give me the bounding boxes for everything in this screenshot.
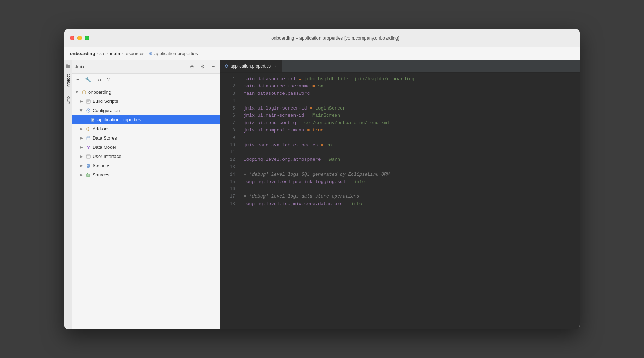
ln-14: 14 <box>223 171 235 178</box>
code-line-5: jmix.ui.login-screen-id = LoginScreen <box>244 105 574 112</box>
tree-item-user-interface[interactable]: ▶ User Interface <box>72 152 220 161</box>
sidebar-tab-project[interactable]: Project <box>65 71 71 90</box>
tab-icon: ⚙ <box>225 64 228 69</box>
sidebar-tab-jmix[interactable]: Jmix <box>65 93 71 107</box>
code-line-12: logging.level.org.atmosphere = warn <box>244 156 574 164</box>
tree-label-security: Security <box>93 163 109 168</box>
breadcrumb-src[interactable]: src <box>99 51 105 56</box>
tab-label: application.properties <box>231 64 271 69</box>
plus-button[interactable]: + <box>75 76 81 83</box>
line-numbers: 1 2 3 4 5 6 7 8 9 10 11 12 13 14 15 16 1 <box>220 76 238 327</box>
tree-item-onboarding[interactable]: ▶ ⬡ onboarding <box>72 88 220 97</box>
data-model-icon <box>85 145 91 150</box>
code-line-7: jmix.ui.menu-config = com/company/onboar… <box>244 119 574 127</box>
ln-2: 2 <box>223 83 235 90</box>
ln-8: 8 <box>223 127 235 134</box>
project-panel: Jmix ⊕ ⚙ − + 🔧 ⏮ ? ▶ ⬡ onbo <box>72 60 220 329</box>
project-tree: ▶ ⬡ onboarding ▶ <box>72 86 220 329</box>
tree-arrow-addons: ▶ <box>79 127 84 131</box>
properties-file-icon <box>90 117 96 123</box>
window-title: onboarding – application.properties [com… <box>96 35 574 41</box>
properties-icon: ⚙ <box>149 51 153 56</box>
tree-item-data-model[interactable]: ▶ Data Model <box>72 143 220 152</box>
ln-5: 5 <box>223 105 235 112</box>
tree-arrow-data-stores: ▶ <box>79 136 84 141</box>
breadcrumb-chevron-3: › <box>122 51 123 55</box>
code-line-18: logging.level.io.jmix.core.datastore = i… <box>244 200 574 208</box>
tree-arrow-sources: ▶ <box>79 172 84 177</box>
ln-10: 10 <box>223 142 235 149</box>
tree-item-application-properties[interactable]: ▶ application.properties <box>72 115 220 124</box>
svg-rect-1 <box>66 64 68 65</box>
code-line-11 <box>244 149 574 156</box>
tree-label-properties: application.properties <box>97 117 141 122</box>
svg-rect-2 <box>86 100 90 103</box>
maximize-button[interactable] <box>85 36 89 40</box>
tree-label-ui: User Interface <box>93 154 121 159</box>
breadcrumb-chevron-1: › <box>97 51 98 55</box>
tree-item-security[interactable]: ▶ Security <box>72 161 220 170</box>
tree-label-build-scripts: Build Scripts <box>93 99 118 104</box>
data-stores-icon <box>85 135 91 141</box>
ln-7: 7 <box>223 119 235 127</box>
tree-item-configuration[interactable]: ▶ Configuration <box>72 106 220 115</box>
code-line-4 <box>244 98 574 105</box>
tab-close-button[interactable]: × <box>273 64 278 69</box>
ln-18: 18 <box>223 200 235 208</box>
code-editor[interactable]: 1 2 3 4 5 6 7 8 9 10 11 12 13 14 15 16 1 <box>220 73 580 329</box>
ln-6: 6 <box>223 112 235 119</box>
security-icon <box>85 163 91 169</box>
code-line-1: main.datasource.url = jdbc:hsqldb:file:.… <box>244 76 574 83</box>
ln-3: 3 <box>223 90 235 98</box>
code-line-13 <box>244 164 574 171</box>
ln-1: 1 <box>223 76 235 83</box>
addons-icon <box>85 126 91 132</box>
breadcrumb-chevron-2: › <box>107 51 108 55</box>
svg-point-11 <box>88 128 89 129</box>
tree-item-sources[interactable]: ▶ Sources <box>72 170 220 180</box>
onboarding-icon: ⬡ <box>81 89 87 95</box>
main-content: Project Jmix Jmix ⊕ ⚙ − + 🔧 ⏮ ? <box>64 60 580 329</box>
breadcrumb-resources[interactable]: resources <box>124 51 144 56</box>
minimize-button[interactable] <box>77 36 82 40</box>
breadcrumb-properties[interactable]: ⚙ application.properties <box>149 51 198 56</box>
svg-rect-14 <box>87 146 88 147</box>
tree-label-onboarding: onboarding <box>88 89 111 95</box>
code-line-16 <box>244 186 574 193</box>
tree-item-data-stores[interactable]: ▶ Data Stores <box>72 134 220 143</box>
wrench-button[interactable]: 🔧 <box>84 76 93 83</box>
title-bar: onboarding – application.properties [com… <box>64 29 580 47</box>
question-button[interactable]: ? <box>106 76 111 83</box>
panel-title: Jmix <box>75 64 185 69</box>
tree-label-data-model: Data Model <box>93 145 116 150</box>
breadcrumb-onboarding[interactable]: onboarding <box>70 51 95 56</box>
code-content[interactable]: main.datasource.url = jdbc:hsqldb:file:.… <box>238 76 580 327</box>
breadcrumb-main[interactable]: main <box>109 51 120 56</box>
tree-item-build-scripts[interactable]: ▶ Build Scripts <box>72 97 220 106</box>
ln-16: 16 <box>223 186 235 193</box>
code-line-17: # 'debug' level logs data store operatio… <box>244 193 574 200</box>
close-button[interactable] <box>70 36 74 40</box>
ln-11: 11 <box>223 149 235 156</box>
sources-icon <box>85 172 91 178</box>
svg-rect-15 <box>89 146 90 147</box>
history-button[interactable]: ⏮ <box>95 76 103 83</box>
svg-rect-23 <box>86 174 90 177</box>
tree-item-addons[interactable]: ▶ Add-ons <box>72 124 220 134</box>
code-line-14: # 'debug' level logs SQL generated by Ec… <box>244 171 574 178</box>
code-line-6: jmix.ui.main-screen-id = MainScreen <box>244 112 574 119</box>
add-button[interactable]: ⊕ <box>188 63 196 70</box>
editor-tabs: ⚙ application.properties × <box>220 60 580 73</box>
ln-4: 4 <box>223 98 235 105</box>
tree-label-addons: Add-ons <box>93 126 109 131</box>
editor-area: ⚙ application.properties × 1 2 3 4 5 6 7… <box>220 60 580 329</box>
folder-icon[interactable] <box>65 63 71 69</box>
ln-12: 12 <box>223 156 235 164</box>
tree-arrow-security: ▶ <box>79 163 84 168</box>
svg-rect-8 <box>92 119 94 119</box>
svg-rect-24 <box>87 173 88 174</box>
settings-button[interactable]: ⚙ <box>199 63 207 70</box>
minimize-panel-button[interactable]: − <box>209 63 217 70</box>
main-window: onboarding – application.properties [com… <box>64 29 580 329</box>
editor-tab-properties[interactable]: ⚙ application.properties × <box>220 60 282 72</box>
